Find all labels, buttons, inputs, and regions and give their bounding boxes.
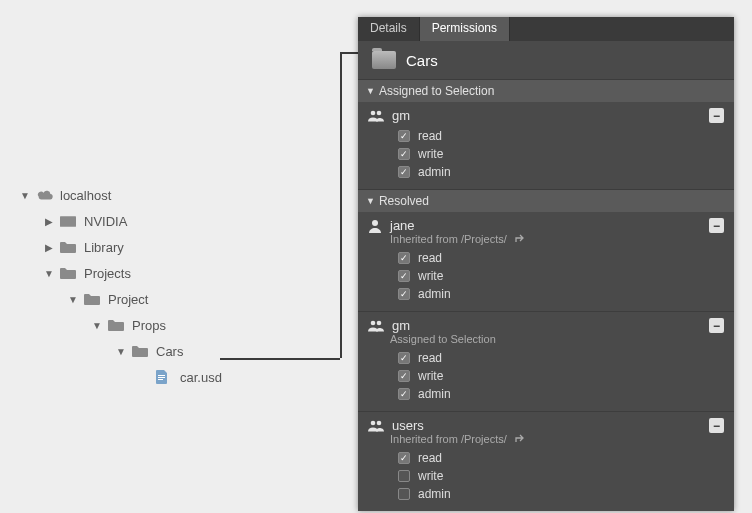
perm-list: readwriteadmin <box>368 245 724 305</box>
entry-subtext: Inherited from /Projects/ <box>368 233 724 245</box>
svg-rect-4 <box>158 379 163 380</box>
tree-item[interactable]: ▼Project <box>20 286 320 312</box>
section-label: Resolved <box>379 194 429 208</box>
tab-details[interactable]: Details <box>358 17 420 41</box>
perm-label: read <box>418 251 442 265</box>
perm-item-write: write <box>398 367 724 385</box>
tree-label: Project <box>108 292 148 307</box>
perm-item-read: read <box>398 249 724 267</box>
tab-bar: Details Permissions <box>358 17 734 41</box>
checkbox[interactable] <box>398 148 410 160</box>
caret-down-icon: ▼ <box>68 294 78 305</box>
svg-rect-0 <box>60 217 76 226</box>
tree-item[interactable]: car.usd <box>20 364 320 390</box>
checkbox[interactable] <box>398 288 410 300</box>
tree-label: car.usd <box>180 370 222 385</box>
caret-down-icon: ▼ <box>44 268 54 279</box>
perm-label: admin <box>418 387 451 401</box>
perm-item-admin: admin <box>398 385 724 403</box>
svg-point-11 <box>377 421 382 426</box>
caret-down-icon: ▼ <box>20 190 30 201</box>
tree-item[interactable]: ▼Props <box>20 312 320 338</box>
tree-label: Projects <box>84 266 131 281</box>
folder-icon <box>84 293 102 305</box>
tree-item[interactable]: ▶Library <box>20 234 320 260</box>
tree-item[interactable]: ▶NVIDIA <box>20 208 320 234</box>
svg-point-10 <box>371 421 376 426</box>
collapse-button[interactable]: − <box>709 418 724 433</box>
svg-point-1 <box>72 222 74 224</box>
caret-down-icon: ▼ <box>366 86 375 96</box>
tree-root[interactable]: ▼ localhost <box>20 182 320 208</box>
perm-item-read: read <box>398 449 724 467</box>
permissions-panel: Details Permissions Cars ▼ Assigned to S… <box>358 17 734 511</box>
section-label: Assigned to Selection <box>379 84 494 98</box>
caret-right-icon: ▶ <box>44 242 54 253</box>
folder-icon <box>108 319 126 331</box>
perm-item-write: write <box>398 145 724 163</box>
panel-header: Cars <box>358 41 734 79</box>
caret-down-icon: ▼ <box>366 196 375 206</box>
section-resolved-body: janeInherited from /Projects/ −readwrite… <box>358 212 734 511</box>
perm-item-write: write <box>398 467 724 485</box>
tree-label: Library <box>84 240 124 255</box>
checkbox[interactable] <box>398 352 410 364</box>
group-icon <box>368 109 384 122</box>
entry-subtext: Assigned to Selection <box>368 333 724 345</box>
perm-label: read <box>418 451 442 465</box>
entry-name: jane <box>390 218 415 233</box>
checkbox[interactable] <box>398 166 410 178</box>
section-assigned-body: gm−readwriteadmin <box>358 102 734 189</box>
tree-label: NVIDIA <box>84 214 127 229</box>
perm-item-read: read <box>398 349 724 367</box>
connector-line <box>340 52 342 358</box>
perm-item-admin: admin <box>398 285 724 303</box>
checkbox[interactable] <box>398 270 410 282</box>
panel-title: Cars <box>406 52 438 69</box>
collapse-button[interactable]: − <box>709 218 724 233</box>
perm-label: write <box>418 147 443 161</box>
svg-point-7 <box>372 220 378 226</box>
entry-head: jane <box>368 218 724 233</box>
checkbox[interactable] <box>398 370 410 382</box>
tree-label: localhost <box>60 188 111 203</box>
user-icon <box>368 219 382 233</box>
collapse-button[interactable]: − <box>709 318 724 333</box>
external-link-icon[interactable] <box>513 434 525 445</box>
perm-label: write <box>418 369 443 383</box>
checkbox[interactable] <box>398 130 410 142</box>
group-icon <box>368 319 384 332</box>
group-icon <box>368 419 384 432</box>
section-assigned-header[interactable]: ▼ Assigned to Selection <box>358 79 734 102</box>
tree-item[interactable]: ▼Projects <box>20 260 320 286</box>
perm-item-admin: admin <box>398 163 724 181</box>
cloud-icon <box>36 188 54 202</box>
perm-label: admin <box>418 165 451 179</box>
entry-name: users <box>392 418 424 433</box>
external-link-icon[interactable] <box>513 234 525 245</box>
svg-point-5 <box>371 111 376 116</box>
permission-entry: janeInherited from /Projects/ −readwrite… <box>358 212 734 311</box>
tree-label: Cars <box>156 344 183 359</box>
perm-label: admin <box>418 287 451 301</box>
perm-item-read: read <box>398 127 724 145</box>
folder-icon <box>372 51 396 69</box>
svg-point-6 <box>377 111 382 116</box>
collapse-button[interactable]: − <box>709 108 724 123</box>
perm-item-write: write <box>398 267 724 285</box>
tab-permissions[interactable]: Permissions <box>420 17 510 41</box>
entry-head: users <box>368 418 724 433</box>
checkbox[interactable] <box>398 470 410 482</box>
checkbox[interactable] <box>398 252 410 264</box>
checkbox[interactable] <box>398 488 410 500</box>
checkbox[interactable] <box>398 452 410 464</box>
perm-list: readwriteadmin <box>368 445 724 505</box>
tree-item[interactable]: ▼Cars <box>20 338 320 364</box>
permission-entry: gm−readwriteadmin <box>358 102 734 189</box>
drive-icon <box>60 215 78 227</box>
entry-name: gm <box>392 318 410 333</box>
checkbox[interactable] <box>398 388 410 400</box>
perm-label: admin <box>418 487 451 501</box>
section-resolved-header[interactable]: ▼ Resolved <box>358 189 734 212</box>
entry-head: gm <box>368 108 724 123</box>
